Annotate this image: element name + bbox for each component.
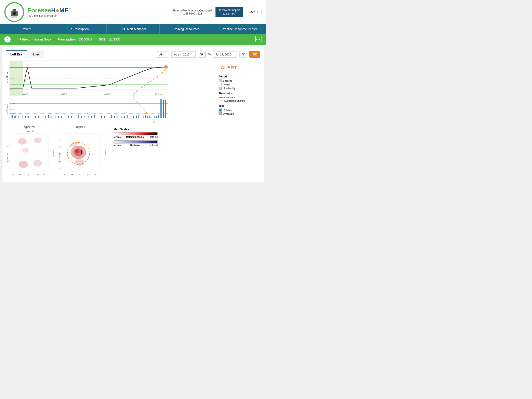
metamorphopsia-profound: Profound [149, 136, 158, 138]
period-legend: Period Baseline Usage Unreliability [219, 75, 258, 90]
brand-name: ForeseeH●ME™ [27, 7, 72, 14]
go-button[interactable]: GO [249, 51, 260, 58]
normative-icon [219, 97, 223, 98]
svg-text:3.5°: 3.5° [19, 174, 22, 176]
svg-rect-34 [38, 115, 39, 118]
svg-text:3.5°: 3.5° [58, 145, 61, 147]
unreliable-icon [219, 112, 222, 115]
user-dropdown[interactable]: user ▼ [246, 9, 262, 15]
legend-suspected-change-label: Suspected Change [224, 100, 245, 102]
svg-text:7°: 7° [59, 167, 61, 169]
svg-text:P<1%: P<1% [10, 103, 15, 105]
map-scales: Map Scales Minimal Metamorphopsia Profou… [114, 128, 158, 148]
svg-rect-26 [14, 116, 14, 118]
scotoma-scale: Minimal Scotoma Profound [114, 140, 158, 146]
svg-rect-40 [58, 116, 59, 118]
svg-point-129 [75, 149, 79, 153]
date-from-input[interactable] [171, 51, 196, 58]
svg-rect-31 [28, 116, 29, 118]
tech-support-button[interactable]: Technical SupportClick Here [215, 6, 243, 18]
test-y-label: Test Score [6, 104, 8, 116]
svg-rect-46 [78, 115, 79, 118]
svg-rect-54 [104, 116, 105, 118]
nav-ecp-alert[interactable]: ECP Alert Manager [107, 24, 160, 34]
calendar-to-button[interactable]: 📅 [240, 51, 247, 58]
svg-text:Nasal VF: Nasal VF [104, 150, 106, 157]
svg-rect-68 [145, 115, 146, 118]
nav-training[interactable]: Training Resources [160, 24, 213, 34]
main-content: Left Eye Notes All 📅 To 📅 GO Trend Score [2, 47, 264, 182]
svg-point-13 [165, 65, 167, 69]
svg-text:0.00: 0.00 [10, 88, 14, 90]
svg-text:7/17/20: 7/17/20 [155, 93, 162, 95]
main-nav: Patient ePrescription ECP Alert Manager … [0, 24, 266, 34]
tab-notes[interactable]: Notes [27, 51, 44, 58]
map-scales-title: Map Scales [114, 128, 158, 131]
legend-usage-label: Usage [223, 83, 230, 86]
svg-text:3.5°: 3.5° [35, 174, 38, 176]
svg-rect-61 [127, 115, 128, 118]
test-chart-container: Test Score // This script won't run inli… [6, 97, 213, 123]
svg-rect-49 [88, 116, 89, 118]
back-button[interactable] [4, 36, 11, 43]
calendar-from-button[interactable]: 📅 [198, 51, 206, 58]
svg-text:Nasal VF: Nasal VF [53, 150, 54, 157]
scotoma-profound: Profound [149, 144, 158, 146]
svg-rect-63 [133, 116, 134, 118]
svg-text:7°: 7° [64, 174, 66, 176]
svg-text:PDF: PDF [256, 38, 260, 40]
heatmaps-row: Upper VF Upper VF 7° 3.5° 0° 3.5° 7° 7° … [6, 126, 213, 178]
svg-text:Temporal VF: Temporal VF [6, 153, 8, 163]
pdf-icon[interactable]: PDF [255, 36, 262, 43]
nav-patient[interactable]: Patient [0, 24, 53, 34]
svg-rect-35 [42, 116, 42, 118]
svg-point-101 [18, 138, 27, 145]
svg-rect-44 [71, 116, 72, 118]
left-heatmap: Upper VF Upper VF 7° 3.5° 0° 3.5° 7° 7° … [6, 126, 54, 178]
nav-eprescription[interactable]: ePrescription [53, 24, 107, 34]
legend-usage: Usage [219, 83, 258, 86]
header: ForeseeH●ME™ AMD Monitoring Program Have… [0, 0, 266, 24]
svg-rect-25 [12, 115, 13, 118]
svg-text:8/4/19: 8/4/19 [22, 93, 28, 95]
svg-text:3.5°: 3.5° [71, 174, 74, 176]
chart-area: Trend Score 1.00 0.50 [6, 61, 260, 178]
reliable-icon [219, 108, 222, 112]
svg-rect-58 [118, 115, 118, 118]
svg-rect-52 [98, 116, 98, 118]
svg-rect-30 [25, 116, 26, 118]
svg-rect-71 [152, 116, 152, 118]
date-to-input[interactable] [213, 51, 237, 58]
back-arrow-icon [6, 38, 9, 41]
filter-select[interactable]: All [157, 51, 169, 58]
svg-rect-48 [84, 115, 85, 118]
legend-reliable: Reliable [219, 108, 258, 112]
metamorphopsia-label: Metamorphopsia [126, 136, 144, 138]
svg-text:7°: 7° [7, 167, 9, 169]
svg-rect-69 [147, 116, 148, 118]
legend-unreliability-period: Unreliability [219, 87, 258, 90]
svg-rect-56 [111, 115, 112, 118]
svg-rect-72 [154, 116, 154, 118]
svg-rect-53 [101, 115, 102, 118]
metamorphopsia-scale: Minimal Metamorphopsia Profound [114, 132, 158, 138]
prescription-label: Prescription: [58, 38, 76, 41]
prescription-info: Prescription: 03380003 [58, 38, 92, 41]
svg-point-103 [19, 161, 28, 168]
svg-text:P<10%: P<10% [10, 113, 16, 115]
tab-left-eye[interactable]: Left Eye [6, 51, 27, 58]
svg-rect-2 [13, 9, 16, 12]
svg-point-105 [33, 160, 42, 167]
scotoma-label: Scotoma [130, 144, 139, 146]
svg-rect-43 [68, 115, 69, 118]
legend-unreliable: Unreliable [219, 112, 258, 115]
nav-practice[interactable]: Practice Resource Center [213, 24, 266, 34]
test-chart-svg: // This script won't run inline in SVG c… [9, 97, 168, 123]
unreliability-period-icon [219, 87, 222, 90]
svg-text:0°: 0° [79, 174, 81, 176]
legend-reliable-label: Reliable [223, 109, 232, 111]
svg-text:7°: 7° [43, 174, 45, 176]
svg-rect-36 [45, 116, 45, 118]
svg-rect-75 [160, 99, 162, 118]
svg-rect-27 [15, 115, 16, 118]
